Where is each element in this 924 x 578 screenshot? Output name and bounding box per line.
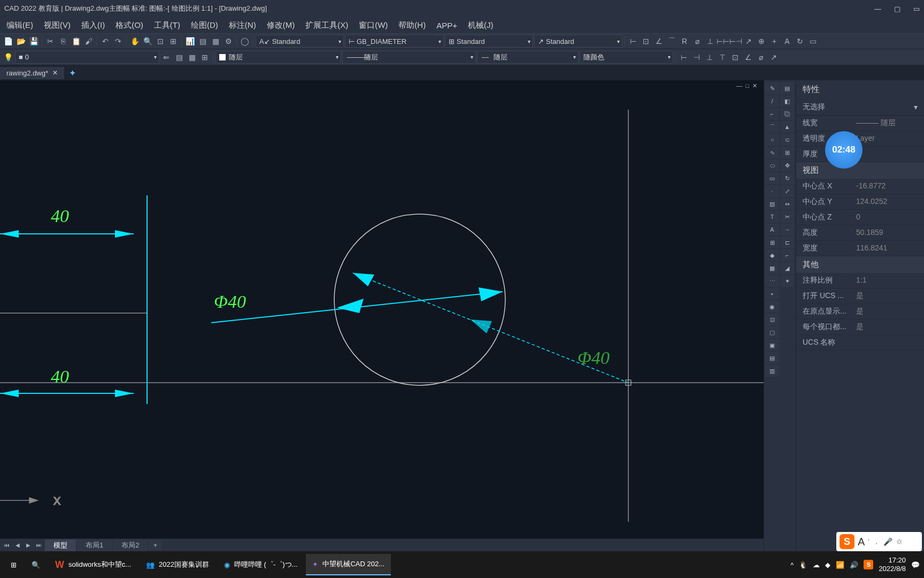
text-style-dropdown[interactable]: A↙Standard [256,35,344,48]
tolerance-icon[interactable]: ⊕ [756,35,767,47]
tab-drawing2[interactable]: rawing2.dwg* ✕ [0,67,65,79]
color-dropdown[interactable]: 随层 [215,51,341,64]
dim-style-dropdown[interactable]: ⊢GB_DIAMETER [345,35,444,48]
tab-close-icon[interactable]: ✕ [52,69,58,77]
undo-icon[interactable]: ↶ [99,35,111,47]
tool-circle-icon[interactable]: ○ [765,134,779,146]
tool-eraser-icon[interactable]: ◧ [780,95,794,107]
bulb-icon[interactable]: 💡 [2,51,14,63]
notifications-icon[interactable]: 💬 [911,561,920,569]
circle-icon[interactable]: ◯ [239,35,251,47]
tool-more8-icon[interactable]: ▥ [765,365,779,377]
new-tab-button[interactable]: ✦ [65,68,80,78]
mleader-style-dropdown[interactable]: ↗Standard [534,35,622,48]
layout1-tab[interactable]: 布局1 [77,539,112,551]
paste-icon[interactable]: 📋 [70,35,82,47]
dim-baseline-icon[interactable]: ⊢⊣ [730,35,742,47]
dim-ordinate-icon[interactable]: ⊥ [704,35,716,47]
menu-help[interactable]: 帮助(H) [394,18,430,33]
linetype-dropdown[interactable]: ———随层 [342,51,476,64]
thickness-value[interactable] [856,149,918,159]
leader-icon[interactable]: ↗ [743,35,754,47]
tool-ellipse-icon[interactable]: ⬭ [765,159,779,171]
dim-aligned-icon[interactable]: ⊡ [640,35,652,47]
dim-tool2-icon[interactable]: ⊣ [691,51,703,63]
task-browser[interactable]: ◉哔哩哔哩 (゜-゜)つ... [218,554,304,575]
tool-rect-icon[interactable]: ▭ [765,172,779,184]
maximize-icon[interactable]: ▢ [894,5,900,13]
task-group[interactable]: 👥2022国赛集训群 [140,554,215,575]
tool-extend-icon[interactable]: → [780,224,794,235]
block-icon[interactable]: ▦ [210,35,221,47]
tab-nav-first-icon[interactable]: ⏮ [2,542,12,548]
tray-wifi-icon[interactable]: 📶 [836,561,844,569]
menu-edit[interactable]: 编辑(E) [2,18,37,33]
vp-close-icon[interactable]: ✕ [752,82,757,89]
lineweight-dropdown[interactable]: —随层 [477,51,579,64]
new-icon[interactable]: 📄 [2,35,14,47]
menu-draw[interactable]: 绘图(D) [187,18,222,33]
menu-insert[interactable]: 插入(I) [77,18,109,33]
dim-edit-icon[interactable]: A [781,35,793,47]
tool-pline-icon[interactable]: ⌐ [765,108,779,120]
tray-volume-icon[interactable]: 🔊 [850,561,858,569]
props-icon[interactable]: 📊 [184,35,196,47]
dim-continue-icon[interactable]: ⊢⊢ [717,35,729,47]
height-value[interactable]: 50.1859 [856,228,918,238]
brush-icon[interactable]: 🖌 [83,35,95,47]
dim-update-icon[interactable]: ↻ [794,35,806,47]
center-y-value[interactable]: 124.0252 [856,197,918,207]
menu-app[interactable]: APP+ [432,19,461,32]
task-solidworks[interactable]: Wsolidworks和中望c... [49,554,137,575]
menu-format[interactable]: 格式(O) [111,18,148,33]
dim-arc-icon[interactable]: ⌒ [666,35,677,47]
table-style-dropdown[interactable]: ⊞Standard [445,35,533,48]
tool-more3-icon[interactable]: ◉ [765,301,779,313]
center-z-value[interactable]: 0 [856,212,918,222]
tool-point-icon[interactable]: · [765,185,779,197]
vp-minimize-icon[interactable]: — [736,82,742,89]
menu-window[interactable]: 窗口(W) [355,18,392,33]
center-x-value[interactable]: -16.8772 [856,181,918,191]
zoom-all-icon[interactable]: ⊡ [155,35,166,47]
tool-mtext-icon[interactable]: A [765,224,779,235]
tool-pencil-icon[interactable]: ✎ [765,82,779,94]
dim-angular-icon[interactable]: ∠ [653,35,665,47]
drawing-canvas[interactable]: — □ ✕ 40 40 Φ [0,80,764,551]
menu-ext-tools[interactable]: 扩展工具(X) [301,18,352,33]
tool-more6-icon[interactable]: ▣ [765,339,779,351]
tray-ime-icon[interactable]: S [864,560,873,569]
timer-overlay[interactable]: 02:48 [825,131,863,169]
tool-region-icon[interactable]: ◆ [765,249,779,261]
ime-toolbar[interactable]: S A ' ， 🎤 ⛭ [836,532,922,551]
dim-tool1-icon[interactable]: ⊢ [678,51,690,63]
annoscale-value[interactable]: 1:1 [856,276,918,285]
dim-tool3-icon[interactable]: ⊥ [704,51,715,63]
dim-tool8-icon[interactable]: ↗ [768,51,780,63]
menu-tools[interactable]: 工具(T) [150,18,184,33]
clock[interactable]: 17:20 2022/8/8 [879,556,906,573]
tab-nav-prev-icon[interactable]: ◀ [13,542,22,548]
copy-icon[interactable]: ⎘ [57,35,69,47]
tool-line-icon[interactable]: / [765,95,779,107]
menu-modify[interactable]: 修改(M) [263,18,299,33]
save-icon[interactable]: 💾 [28,35,40,47]
viewport-ucs-value[interactable]: 是 [856,322,918,332]
tool-table-icon[interactable]: ⊞ [765,237,779,248]
lineweight-value[interactable]: ——— 随层 [856,118,918,128]
tab-nav-last-icon[interactable]: ⏭ [34,542,44,548]
tool-mirror-icon[interactable]: ▲ [780,121,794,133]
start-button[interactable]: ⊞ [4,554,23,575]
open-icon[interactable]: 📂 [15,35,27,47]
dim-tool6-icon[interactable]: ∠ [742,51,754,63]
tool-trim-icon[interactable]: ✂ [780,211,794,223]
tool-icon[interactable]: ⚙ [222,35,234,47]
tool-array-icon[interactable]: ⊞ [780,147,794,158]
layer-dropdown[interactable]: ■0 [15,51,159,64]
tool-hatch-icon[interactable]: ▨ [765,198,779,210]
more-dim-icon[interactable]: ▭ [807,35,819,47]
tray-cloud-icon[interactable]: ☁ [813,561,820,569]
tool-fillet-icon[interactable]: ⌐ [780,249,794,261]
tool-offset-icon[interactable]: ⊂ [780,134,794,146]
tool-more1-icon[interactable]: ⋯ [765,275,779,287]
